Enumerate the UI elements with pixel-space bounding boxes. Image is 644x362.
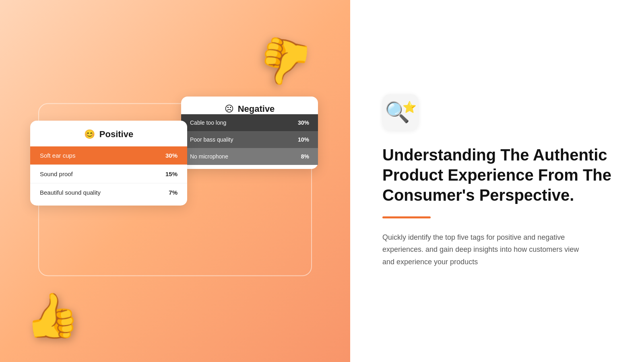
negative-row-2: Poor bass quality 10%: [181, 131, 318, 148]
negative-row-3: No microphone 8%: [181, 148, 318, 165]
positive-row-2: Sound proof 15%: [30, 165, 187, 183]
positive-row-3-value: 7%: [169, 189, 178, 196]
negative-row-3-label: No microphone: [190, 153, 228, 160]
positive-card-title: Positive: [99, 129, 133, 140]
positive-row-1: Soft ear cups 30%: [30, 146, 187, 165]
positive-row-1-label: Soft ear cups: [40, 152, 75, 159]
negative-row-3-value: 8%: [301, 153, 309, 160]
negative-row-2-label: Poor bass quality: [190, 136, 233, 143]
main-heading: Understanding The Authentic Product Expe…: [382, 145, 612, 205]
negative-card-header: ☹ Negative: [181, 104, 318, 114]
frown-icon: ☹: [225, 104, 234, 114]
positive-row-3-label: Beautiful sound quality: [40, 189, 101, 196]
positive-row-2-value: 15%: [165, 171, 178, 177]
orange-divider: [382, 216, 431, 218]
positive-row-2-label: Sound proof: [40, 171, 73, 177]
smile-icon: 😊: [84, 129, 95, 140]
negative-row-1-value: 30%: [298, 119, 309, 126]
negative-row-2-value: 10%: [298, 136, 309, 143]
thumbs-down-icon: 👎: [254, 32, 317, 93]
app-star-emoji: ⭐: [402, 101, 417, 114]
positive-row-3: Beautiful sound quality 7%: [30, 183, 187, 202]
negative-card: ☹ Negative Cable too long 30% Poor bass …: [181, 97, 318, 169]
negative-card-title: Negative: [238, 104, 275, 114]
left-panel: 👎 ☹ Negative Cable too long 30% Poor bas…: [0, 0, 350, 362]
positive-row-1-value: 30%: [165, 152, 178, 159]
positive-card-header: 😊 Positive: [30, 129, 187, 140]
app-icon: 🔍 ⭐: [382, 94, 419, 130]
thumbs-up-icon: 👍: [22, 288, 82, 344]
negative-row-1: Cable too long 30%: [181, 114, 318, 131]
positive-card: 😊 Positive Soft ear cups 30% Sound proof…: [30, 121, 187, 206]
negative-row-1-label: Cable too long: [190, 119, 226, 126]
description-text: Quickly identify the top five tags for p…: [382, 231, 592, 268]
right-panel: 🔍 ⭐ Understanding The Authentic Product …: [350, 0, 644, 362]
